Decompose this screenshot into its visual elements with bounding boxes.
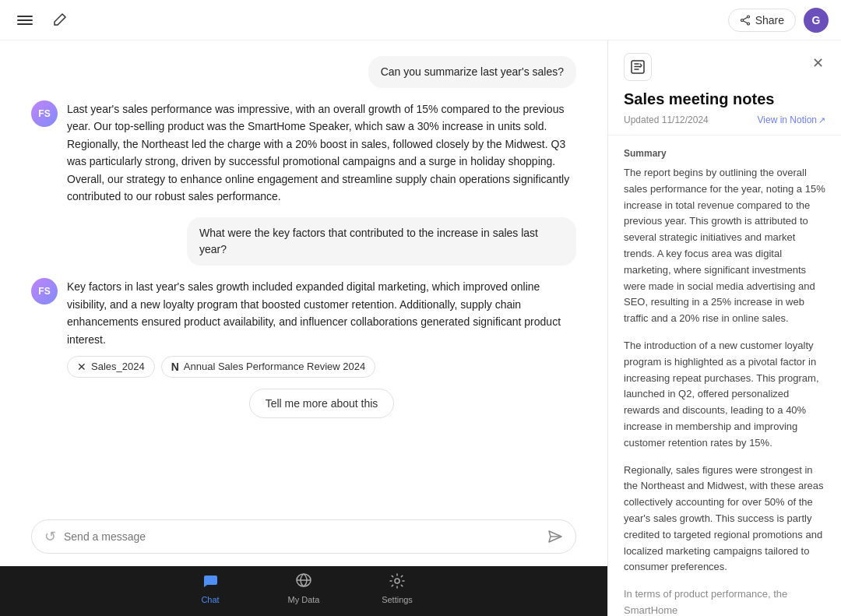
svg-point-3 <box>747 16 749 18</box>
chip-sales-2024[interactable]: ✕ Sales_2024 <box>67 356 155 378</box>
side-panel-header: ✕ <box>608 40 841 81</box>
nav-chat[interactable]: Chat <box>187 572 234 613</box>
svg-point-5 <box>741 19 743 21</box>
external-link-icon: ↗ <box>818 115 825 125</box>
main-content: Can you summarize last year's sales? FS … <box>0 40 841 616</box>
compose-button[interactable] <box>47 8 72 33</box>
send-button[interactable] <box>546 528 563 545</box>
send-icon <box>546 528 563 545</box>
messages-list: Can you summarize last year's sales? FS … <box>0 40 607 510</box>
chip-label-2: Annual Sales Performance Review 2024 <box>184 361 365 372</box>
summary-para-4: In terms of product performance, the Sma… <box>624 586 825 616</box>
chat-icon <box>202 572 219 593</box>
svg-line-6 <box>743 17 748 19</box>
topbar: Share G <box>0 0 841 40</box>
chips-row: ✕ Sales_2024 N Annual Sales Performance … <box>67 356 576 378</box>
panel-body: Summary The report begins by outlining t… <box>608 136 841 616</box>
notion-icon <box>629 58 646 76</box>
updated-date: Updated 11/12/2024 <box>624 114 709 125</box>
chip-label-1: Sales_2024 <box>91 361 145 372</box>
message-input[interactable] <box>64 530 538 543</box>
share-button[interactable]: Share <box>728 9 796 32</box>
ai-avatar-1: FS <box>31 100 58 127</box>
svg-line-7 <box>743 20 748 23</box>
ai-avatar-2: FS <box>31 278 58 304</box>
input-box: ↺ <box>31 519 576 554</box>
chip-x-icon: ✕ <box>77 361 86 373</box>
svg-rect-0 <box>17 16 33 17</box>
nav-settings[interactable]: Settings <box>374 572 420 613</box>
ai-text-2: Key factors in last year's sales growth … <box>67 278 576 348</box>
user-bubble-2: What were the key factors that contribut… <box>187 217 576 266</box>
svg-point-9 <box>395 579 399 583</box>
attachment-icon[interactable]: ↺ <box>44 528 56 545</box>
svg-rect-2 <box>17 23 33 25</box>
bottom-nav: Chat My Data Settings <box>0 566 607 616</box>
settings-icon <box>389 572 406 593</box>
chip-notion-icon: N <box>171 361 179 373</box>
share-label: Share <box>755 14 784 26</box>
topbar-left <box>12 8 72 33</box>
nav-mydata[interactable]: My Data <box>280 572 327 613</box>
ai-text-1: Last year's sales performance was impres… <box>67 100 576 205</box>
panel-title: Sales meeting notes <box>608 81 841 111</box>
share-icon <box>740 15 751 26</box>
summary-para-1: The report begins by outlining the overa… <box>624 165 825 327</box>
svg-rect-1 <box>17 19 33 21</box>
ai-message-1: FS Last year's sales performance was imp… <box>31 100 576 205</box>
input-area: ↺ <box>0 510 607 566</box>
user-message-1: Can you summarize last year's sales? <box>31 56 576 88</box>
user-message-2: What were the key factors that contribut… <box>31 217 576 266</box>
user-avatar: G <box>804 8 829 33</box>
notion-logo <box>624 53 652 81</box>
ai-message-2: FS Key factors in last year's sales grow… <box>31 278 576 418</box>
nav-settings-label: Settings <box>382 595 413 604</box>
nav-mydata-label: My Data <box>288 595 320 604</box>
menu-button[interactable] <box>12 8 37 33</box>
summary-para-2: The introduction of a new customer loyal… <box>624 338 825 452</box>
summary-label: Summary <box>624 148 825 159</box>
side-panel: ✕ Sales meeting notes Updated 11/12/2024… <box>607 40 841 616</box>
tell-me-more-button[interactable]: Tell me more about this <box>249 389 395 418</box>
mydata-icon <box>295 572 312 593</box>
topbar-right: Share G <box>728 8 829 33</box>
user-bubble-1: Can you summarize last year's sales? <box>368 56 576 88</box>
nav-chat-label: Chat <box>201 595 219 604</box>
ai-content-2: Key factors in last year's sales growth … <box>67 278 576 418</box>
view-in-notion-link[interactable]: View in Notion ↗ <box>758 114 826 125</box>
svg-point-4 <box>747 23 749 25</box>
summary-para-3: Regionally, sales figures were strongest… <box>624 463 825 576</box>
panel-meta: Updated 11/12/2024 View in Notion ↗ <box>608 111 841 136</box>
close-panel-button[interactable]: ✕ <box>811 53 825 73</box>
ai-content-1: Last year's sales performance was impres… <box>67 100 576 205</box>
chat-area: Can you summarize last year's sales? FS … <box>0 40 607 616</box>
chip-annual-review[interactable]: N Annual Sales Performance Review 2024 <box>161 356 376 378</box>
